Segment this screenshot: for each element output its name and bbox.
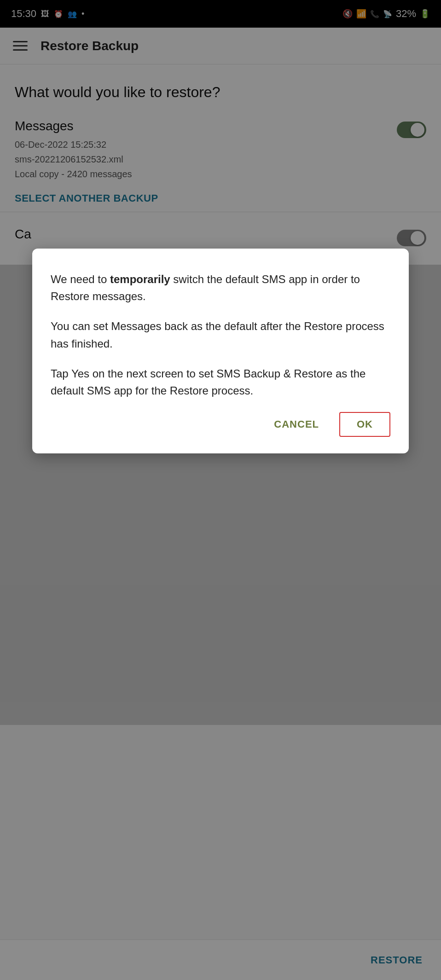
- cancel-button[interactable]: CANCEL: [265, 413, 328, 436]
- ok-button[interactable]: OK: [339, 412, 390, 437]
- modal-overlay: [0, 0, 441, 980]
- dialog-p1-prefix: We need to: [51, 273, 110, 285]
- dialog-actions: CANCEL OK: [51, 412, 390, 437]
- dialog: We need to temporarily switch the defaul…: [32, 249, 409, 453]
- dialog-paragraph-3: Tap Yes on the next screen to set SMS Ba…: [51, 365, 390, 399]
- dialog-paragraph-1: We need to temporarily switch the defaul…: [51, 271, 390, 305]
- dialog-p1-bold: temporarily: [110, 273, 170, 285]
- dialog-paragraph-2: You can set Messages back as the default…: [51, 318, 390, 352]
